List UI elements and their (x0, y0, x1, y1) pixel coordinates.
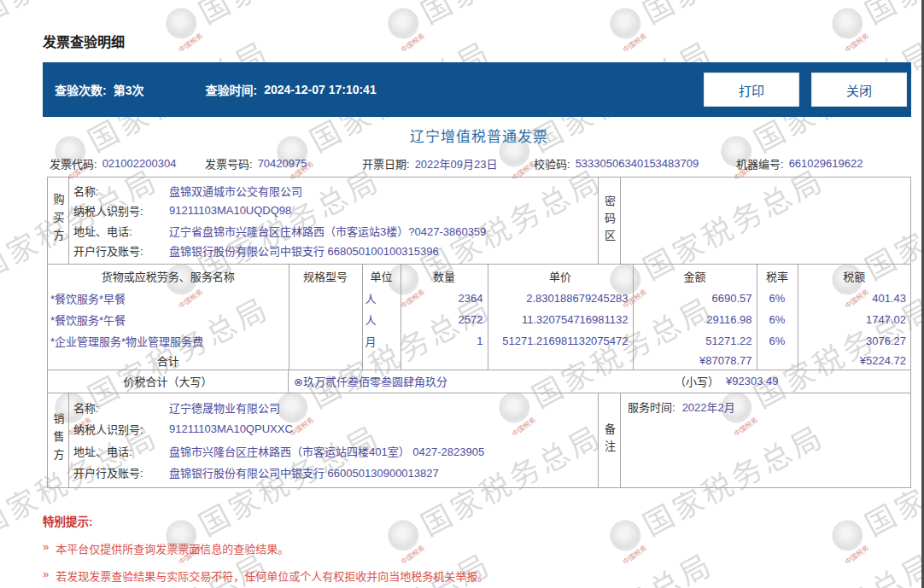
item-row: *餐饮服务*早餐 人 2364 2.830188679245283 6690.5… (48, 288, 910, 309)
seller-bank-value: 盘锦银行股份有限公司中银支行 660050130900013827 (169, 464, 439, 480)
col-header-qty: 数量 (401, 265, 488, 288)
item-qty: 2572 (401, 309, 488, 330)
buyer-bank-value: 盘锦银行股份有限公司中银支行 668050100100315396 (169, 242, 439, 259)
seller-address-label: 地址、电话: (73, 443, 169, 459)
invoice-code-label: 发票代码: (50, 155, 97, 172)
seller-taxid-value: 91211103MA10QPUXXC (169, 422, 293, 435)
invoice-meta-row: 发票代码: 021002200304 发票号码: 70420975 开票日期: … (50, 155, 912, 172)
item-name: *餐饮服务*午餐 (48, 309, 289, 330)
buyer-name-row: 名称: 盘锦双通城市公交有限公司 (73, 183, 598, 199)
item-row: *餐饮服务*午餐 人 2572 11.320754716981132 29116… (48, 309, 910, 330)
item-tax: 1747.02 (798, 309, 910, 330)
check-count-label: 查验次数: (55, 81, 107, 98)
seller-name-row: 名称: 辽宁德晟物业有限公司 (73, 399, 598, 416)
col-header-name: 货物或应税劳务、服务名称 (48, 265, 289, 288)
item-amount: 51271.22 (633, 330, 757, 352)
item-spec (289, 309, 362, 330)
grand-total-label: 价税合计（大写） (48, 370, 289, 393)
notice-item-text: 本平台仅提供所查询发票票面信息的查验结果。 (56, 540, 289, 556)
item-rate: 6% (757, 330, 798, 352)
seller-side-label: 销售方 (48, 393, 69, 487)
check-time-label: 查验时间: (205, 81, 257, 98)
grand-total-content: ⊗玖万贰仟叁佰零叁圆肆角玖分 （小写） ¥92303.49 (289, 370, 910, 393)
item-tax: 401.43 (798, 288, 910, 309)
notice-item: » 本平台仅提供所查询发票票面信息的查验结果。 (43, 540, 924, 556)
close-button[interactable]: 关闭 (811, 73, 907, 107)
grand-total-lowercase-label: （小写） (675, 373, 719, 389)
items-total-tax: ¥5224.72 (798, 352, 910, 370)
item-name: *餐饮服务*早餐 (48, 288, 289, 309)
items-total-label: 合计 (48, 352, 289, 370)
invoice-number-label: 发票号码: (205, 155, 253, 172)
machine-number-value: 661029619622 (789, 157, 863, 170)
seller-address-row: 地址、电话: 盘锦市兴隆台区庄林路西（市客运站四楼401室） 0427-2823… (73, 443, 598, 459)
buyer-bank-row: 开户行及账号: 盘锦银行股份有限公司中银支行 66805010010031539… (73, 242, 598, 259)
notice-item: » 若发现发票查验结果与实际交易不符，任何单位或个人有权拒收并向当地税务机关举报… (43, 568, 924, 584)
buyer-address-label: 地址、电话: (73, 223, 169, 239)
invoice-check-page: 中国税务国家税务总局中国税务国家税务总局中国税务国家税务总局中国税务国家税务总局… (0, 0, 924, 588)
seller-taxid-label: 纳税人识别号: (73, 421, 169, 437)
service-time-label: 服务时间: (628, 399, 675, 415)
seller-name-label: 名称: (73, 399, 169, 416)
check-code-label: 校验码: (534, 155, 570, 172)
buyer-name-value: 盘锦双通城市公交有限公司 (169, 183, 302, 199)
notice-item-text: 若发现发票查验结果与实际交易不符，任何单位或个人有权拒收并向当地税务机关举报。 (56, 568, 488, 584)
items-table: 货物或应税劳务、服务名称 规格型号 单位 数量 单价 金额 税率 税额 *餐饮服… (48, 265, 910, 370)
items-header-row: 货物或应税劳务、服务名称 规格型号 单位 数量 单价 金额 税率 税额 (48, 265, 910, 288)
item-tax: 3076.27 (798, 330, 910, 352)
check-time: 查验时间: 2024-12-07 17:10:41 (205, 81, 376, 98)
item-amount: 29116.98 (633, 309, 757, 330)
check-count-value: 第3次 (114, 81, 144, 98)
invoice-code: 发票代码: 021002200304 (50, 155, 205, 172)
notice-title: 特别提示: (43, 512, 924, 529)
item-row: *企业管理服务*物业管理服务费 月 1 51271.21698113207547… (48, 330, 910, 352)
item-price: 11.320754716981132 (488, 309, 633, 330)
watermark-text: 国家税务总局 (634, 0, 831, 32)
buyer-taxid-row: 纳税人识别号: 91211103MA10UQDQ98 (73, 202, 598, 218)
password-zone-area (621, 178, 910, 264)
buyer-name-label: 名称: (73, 183, 169, 199)
remark-side-label: 备注 (598, 393, 621, 487)
invoice-code-value: 021002200304 (102, 157, 177, 170)
col-header-spec: 规格型号 (289, 265, 362, 288)
watermark-text: 国家税务总局 (412, 0, 609, 32)
watermark-text: 国家税务总局 (0, 0, 165, 32)
remark-area: 服务时间: 2022年2月 (621, 393, 910, 487)
print-button[interactable]: 打印 (704, 73, 799, 107)
invoice-date: 开票日期: 2022年09月23日 (362, 155, 534, 172)
page-title: 发票查验明细 (43, 31, 924, 51)
invoice-date-value: 2022年09月23日 (415, 155, 498, 172)
item-rate: 6% (757, 288, 798, 309)
seller-fields: 名称: 辽宁德晟物业有限公司 纳税人识别号: 91211103MA10QPUXX… (69, 393, 598, 487)
seller-taxid-row: 纳税人识别号: 91211103MA10QPUXXC (73, 421, 598, 437)
check-code-value: 53330506340153483709 (576, 157, 699, 170)
item-qty: 2364 (401, 288, 488, 309)
machine-number-label: 机器编号: (736, 155, 784, 172)
check-count: 查验次数: 第3次 (55, 81, 143, 98)
check-time-value: 2024-12-07 17:10:41 (264, 83, 377, 96)
grand-total-uppercase: ⊗玖万贰仟叁佰零叁圆肆角玖分 (294, 373, 447, 389)
col-header-price: 单价 (488, 265, 633, 288)
buyer-address-value: 辽宁省盘锦市兴隆台区庄林路西（市客运站3楼）?0427-3860359 (169, 223, 486, 239)
item-unit: 人 (362, 288, 401, 309)
items-total-amount: ¥87078.77 (633, 352, 757, 370)
item-spec (289, 288, 362, 309)
item-qty: 1 (401, 330, 488, 352)
invoice-number-value: 70420975 (258, 157, 307, 170)
seller-name-value: 辽宁德晟物业有限公司 (169, 399, 280, 416)
col-header-unit: 单位 (362, 265, 401, 288)
buyer-taxid-value: 91211103MA10UQDQ98 (169, 204, 291, 217)
bullet-icon: » (43, 568, 49, 584)
item-name: *企业管理服务*物业管理服务费 (48, 330, 289, 352)
service-time-value: 2022年2月 (682, 399, 735, 415)
buyer-section: 购买方 名称: 盘锦双通城市公交有限公司 纳税人识别号: 91211103MA1… (48, 178, 910, 265)
invoice-number: 发票号码: 70420975 (205, 155, 362, 172)
items-total-row: 合计 ¥87078.77 ¥5224.72 (48, 352, 910, 370)
invoice-box: 购买方 名称: 盘锦双通城市公交有限公司 纳税人识别号: 91211103MA1… (47, 177, 911, 488)
seller-bank-label: 开户行及账号: (73, 464, 169, 480)
check-info-bar: 查验次数: 第3次 查验时间: 2024-12-07 17:10:41 打印 关… (43, 62, 911, 117)
grand-total-row: 价税合计（大写） ⊗玖万贰仟叁佰零叁圆肆角玖分 （小写） ¥92303.49 (48, 370, 910, 393)
buyer-fields: 名称: 盘锦双通城市公交有限公司 纳税人识别号: 91211103MA10UQD… (69, 178, 598, 264)
item-rate: 6% (757, 309, 798, 330)
buyer-taxid-label: 纳税人识别号: (73, 202, 169, 218)
